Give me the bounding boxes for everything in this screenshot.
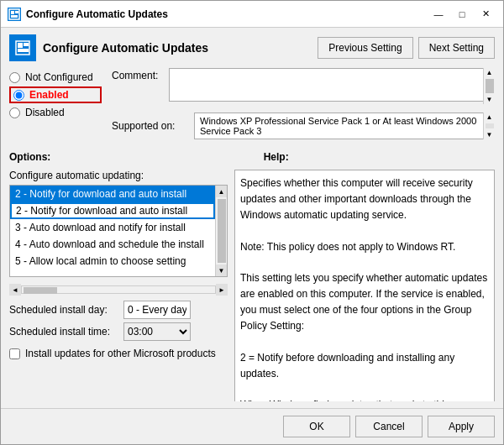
help-text-1: Specifies whether this computer will rec… (240, 175, 489, 224)
radio-section: Not Configured Enabled Disabled (9, 68, 102, 141)
supported-on-label: Supported on: (112, 120, 187, 132)
scheduled-day-input[interactable] (123, 301, 191, 319)
list-scroll-left[interactable]: ◄ (9, 284, 21, 296)
header-title: Configure Automatic Updates (43, 41, 208, 55)
svg-rect-1 (11, 11, 14, 14)
scheduled-time-select[interactable]: 03:00 04:00 05:00 (123, 322, 191, 341)
comment-textarea[interactable] (169, 68, 495, 102)
window: Configure Automatic Updates — □ ✕ Config… (0, 0, 504, 445)
svg-rect-7 (18, 49, 29, 52)
right-panel: Specifies whether this computer will rec… (234, 170, 495, 401)
install-updates-label: Install updates for other Microsoft prod… (25, 348, 216, 359)
titlebar-controls: — □ ✕ (428, 6, 496, 23)
svg-rect-2 (15, 11, 18, 13)
content-area: Configure Automatic Updates Previous Set… (1, 28, 503, 408)
list-item-4[interactable]: 4 - Auto download and schedule the insta… (10, 236, 215, 253)
window-title: Configure Automatic Updates (26, 8, 428, 20)
apply-button[interactable]: Apply (428, 416, 495, 437)
header-row: Configure Automatic Updates Previous Set… (9, 34, 495, 61)
options-listbox: 2 - Notify for download and auto install… (10, 186, 215, 276)
window-icon (8, 8, 21, 21)
list-item-2[interactable]: 2 - Notify for download and auto install (10, 202, 215, 219)
header-icon (9, 34, 36, 61)
list-scroll-down[interactable]: ▼ (216, 264, 228, 276)
list-item-3[interactable]: 3 - Auto download and notify for install (10, 219, 215, 236)
titlebar: Configure Automatic Updates — □ ✕ (1, 1, 503, 28)
help-label: Help: (264, 151, 289, 163)
install-updates-checkbox[interactable] (9, 348, 20, 359)
bottom-bar: OK Cancel Apply (1, 408, 503, 444)
help-text-2: Note: This policy does not apply to Wind… (240, 239, 489, 255)
list-scroll-up[interactable]: ▲ (216, 186, 228, 197)
radio-disabled-input[interactable] (9, 107, 20, 118)
options-label: Options: (9, 151, 50, 163)
top-buttons: Previous Setting Next Setting (318, 37, 495, 59)
help-text-3: This setting lets you specify whether au… (240, 270, 489, 335)
svg-rect-6 (24, 43, 29, 46)
next-setting-button[interactable]: Next Setting (418, 37, 495, 59)
list-h-scroll-track (21, 285, 216, 294)
radio-not-configured[interactable]: Not Configured (9, 71, 102, 83)
list-item-1[interactable]: 2 - Notify for download and auto install (10, 186, 215, 202)
radio-disabled[interactable]: Disabled (9, 107, 102, 118)
comment-label: Comment: (112, 68, 162, 104)
comment-row: Comment: ▲ ▼ (112, 68, 495, 104)
svg-rect-3 (11, 15, 18, 18)
minimize-button[interactable]: — (428, 6, 449, 23)
radio-enabled[interactable]: Enabled (9, 86, 102, 103)
help-text-4: 2 = Notify before downloading and instal… (240, 350, 489, 382)
scheduled-time-label: Scheduled install time: (9, 326, 118, 338)
maximize-button[interactable]: □ (451, 6, 473, 23)
scheduled-day-row: Scheduled install day: (9, 301, 228, 319)
list-scroll-right[interactable]: ► (216, 284, 228, 296)
radio-enabled-input[interactable] (13, 90, 24, 101)
help-text-5: When Windows finds updates that apply to… (240, 397, 489, 401)
previous-setting-button[interactable]: Previous Setting (318, 37, 412, 59)
configure-updating-label: Configure automatic updating: (9, 170, 228, 181)
cancel-button[interactable]: Cancel (355, 416, 423, 437)
list-item-5[interactable]: 5 - Allow local admin to choose setting (10, 253, 215, 270)
ok-button[interactable]: OK (283, 416, 350, 437)
radio-not-configured-label: Not Configured (25, 71, 93, 83)
svg-rect-5 (18, 43, 23, 48)
help-scroll-area[interactable]: Specifies whether this computer will rec… (234, 170, 495, 401)
radio-not-configured-input[interactable] (9, 72, 20, 83)
supported-row: Supported on: Windows XP Professional Se… (112, 113, 495, 139)
radio-enabled-label: Enabled (29, 89, 69, 101)
close-button[interactable]: ✕ (475, 6, 496, 23)
supported-text: Windows XP Professional Service Pack 1 o… (200, 116, 489, 136)
main-panels: Configure automatic updating: 2 - Notify… (9, 170, 495, 401)
scheduled-time-row: Scheduled install time: 03:00 04:00 05:0… (9, 322, 228, 341)
list-horizontal-scrollbar: ◄ ► (9, 284, 228, 296)
supported-box: Windows XP Professional Service Pack 1 o… (194, 113, 495, 139)
left-panel: Configure automatic updating: 2 - Notify… (9, 170, 228, 401)
scheduled-day-label: Scheduled install day: (9, 304, 118, 316)
install-updates-row: Install updates for other Microsoft prod… (9, 348, 228, 359)
radio-disabled-label: Disabled (25, 107, 65, 118)
